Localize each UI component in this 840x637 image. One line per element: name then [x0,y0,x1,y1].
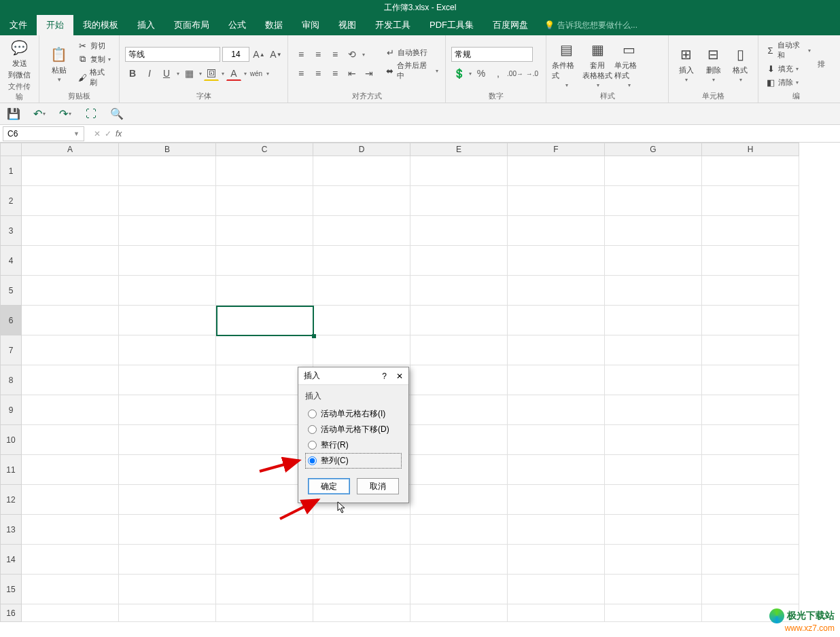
cell[interactable] [119,306,216,335]
col-header[interactable]: B [119,143,216,156]
tab-mytemplates[interactable]: 我的模板 [73,15,128,35]
cell[interactable] [410,306,508,335]
row-header[interactable]: 2 [0,186,22,216]
save-button[interactable]: 💾 [7,107,20,121]
cell[interactable] [410,276,508,306]
cancel-formula-button[interactable]: ✕ [94,129,101,139]
cell[interactable] [216,575,313,604]
cell[interactable] [22,545,119,575]
cell[interactable] [605,395,702,425]
align-bottom-button[interactable]: ≡ [328,47,343,62]
cell[interactable] [119,246,216,276]
cell[interactable] [508,455,605,485]
col-header[interactable]: A [22,143,119,156]
cell[interactable] [410,575,508,604]
cell[interactable] [410,545,508,575]
cell[interactable] [410,485,508,515]
row-header[interactable]: 5 [0,276,22,306]
cell[interactable] [508,485,605,515]
cell[interactable] [508,306,605,335]
insert-cells-button[interactable]: ⊞插入▾ [674,38,699,90]
cell[interactable] [702,545,799,575]
row-header[interactable]: 11 [0,455,22,485]
cell[interactable] [119,604,216,622]
spreadsheet-grid[interactable]: A B C D E F G H 12345678910111213141516 [0,143,840,622]
help-button[interactable]: ? [382,371,387,381]
delete-cells-button[interactable]: ⊟删除▾ [701,38,726,90]
select-all-corner[interactable] [0,143,22,156]
cell[interactable] [216,335,313,365]
align-left-button[interactable]: ≡ [294,66,309,81]
underline-button[interactable]: U [159,66,174,81]
orientation-button[interactable]: ⟲ [345,47,360,62]
cell[interactable] [119,365,216,395]
radio-entire-column[interactable]: 整列(C) [305,453,402,469]
cell[interactable] [508,395,605,425]
cell[interactable] [702,335,799,365]
cell[interactable] [410,425,508,455]
col-header[interactable]: E [410,143,508,156]
merge-center-button[interactable]: ⬌合并后居中▾ [383,60,440,81]
cell[interactable] [702,575,799,604]
col-header[interactable]: F [508,143,605,156]
cell[interactable] [508,515,605,545]
cell[interactable] [216,246,313,276]
cell[interactable] [119,276,216,306]
cell[interactable] [119,216,216,246]
cell[interactable] [313,515,410,545]
cell[interactable] [22,186,119,216]
cell[interactable] [216,276,313,306]
align-middle-button[interactable]: ≡ [311,47,326,62]
tab-pdftools[interactable]: PDF工具集 [420,15,483,35]
cell[interactable] [216,604,313,622]
cell[interactable] [702,156,799,186]
cell[interactable] [702,246,799,276]
formula-input[interactable] [128,126,840,141]
cell[interactable] [216,545,313,575]
increase-font-button[interactable]: A▲ [251,47,266,62]
cell[interactable] [605,575,702,604]
radio-entire-row[interactable]: 整行(R) [305,437,402,453]
increase-decimal-button[interactable]: .00→ [508,66,523,81]
cell[interactable] [22,365,119,395]
cell[interactable] [22,425,119,455]
cell[interactable] [605,515,702,545]
fill-color-button[interactable]: 🞖 [204,66,219,81]
cell[interactable] [22,276,119,306]
cell[interactable] [119,156,216,186]
italic-button[interactable]: I [142,66,157,81]
cell[interactable] [119,485,216,515]
cell[interactable] [702,186,799,216]
cell[interactable] [605,276,702,306]
fx-button[interactable]: fx [116,129,122,139]
col-header[interactable]: C [216,143,313,156]
cell[interactable] [22,485,119,515]
format-cells-button[interactable]: ▯格式▾ [728,38,752,90]
cell[interactable] [22,216,119,246]
row-header[interactable]: 6 [0,306,22,335]
enter-formula-button[interactable]: ✓ [105,129,111,139]
format-painter-button[interactable]: 🖌格式刷 [76,67,113,88]
cell[interactable] [605,335,702,365]
cell-styles-button[interactable]: ▭单元格样式▾ [614,38,643,90]
row-header[interactable]: 15 [0,575,22,604]
cell[interactable] [216,515,313,545]
cell[interactable] [605,425,702,455]
cell[interactable] [605,186,702,216]
row-header[interactable]: 3 [0,216,22,246]
cell[interactable] [410,455,508,485]
tab-baidu[interactable]: 百度网盘 [483,15,538,35]
tell-me-search[interactable]: 💡 告诉我您想要做什么... [544,15,637,35]
align-right-button[interactable]: ≡ [328,66,343,81]
cell[interactable] [119,455,216,485]
tab-insert[interactable]: 插入 [128,15,164,35]
cell[interactable] [410,216,508,246]
tab-file[interactable]: 文件 [0,15,37,35]
send-to-wechat-button[interactable]: 💬 发送 到微信 [5,38,33,80]
increase-indent-button[interactable]: ⇥ [362,66,377,81]
cell[interactable] [508,335,605,365]
radio-shift-down[interactable]: 活动单元格下移(D) [305,422,402,437]
redo-button[interactable]: ↷▾ [58,107,72,121]
align-center-button[interactable]: ≡ [311,66,326,81]
cell[interactable] [605,365,702,395]
